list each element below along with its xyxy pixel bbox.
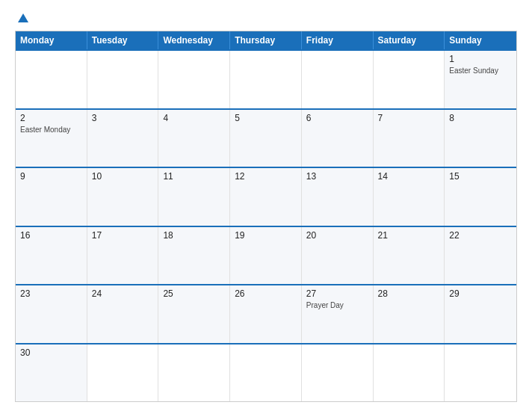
header-cell-friday: Friday (302, 31, 374, 49)
cell-date: 3 (92, 113, 154, 123)
cell-event: Prayer Day (306, 300, 368, 310)
header-cell-sunday: Sunday (445, 31, 516, 49)
cal-cell: 6 (302, 110, 374, 167)
cal-cell (230, 344, 302, 402)
cal-cell (16, 51, 87, 108)
cell-date: 13 (306, 171, 368, 182)
cal-cell: 25 (158, 285, 230, 343)
page-header (15, 13, 517, 23)
calendar-page: MondayTuesdayWednesdayThursdayFridaySatu… (0, 0, 532, 411)
cal-cell (445, 344, 516, 402)
cell-date: 28 (378, 288, 440, 299)
cell-date: 16 (20, 230, 82, 241)
cal-cell: 22 (445, 227, 516, 285)
cal-cell (374, 344, 445, 402)
cell-event: Easter Monday (20, 125, 82, 135)
logo-triangle-icon (18, 13, 28, 22)
cal-cell: 30 (16, 344, 87, 402)
cell-date: 26 (235, 288, 297, 299)
calendar-week-4: 16171819202122 (16, 226, 516, 285)
calendar-week-2: 2Easter Monday345678 (16, 108, 516, 167)
cell-date: 9 (20, 171, 82, 182)
cal-cell: 12 (230, 168, 302, 226)
cal-cell: 27Prayer Day (302, 285, 374, 343)
cell-date: 22 (449, 230, 512, 241)
cell-date: 29 (449, 288, 512, 299)
cal-cell (87, 51, 159, 108)
calendar-week-6: 30 (16, 343, 516, 402)
cal-cell (302, 344, 374, 402)
cal-cell (87, 344, 159, 402)
calendar-week-5: 2324252627Prayer Day2829 (16, 284, 516, 343)
cal-cell: 24 (87, 285, 159, 343)
cell-date: 15 (449, 171, 512, 182)
cell-date: 1 (449, 54, 512, 64)
cal-cell: 3 (87, 110, 159, 167)
cell-date: 23 (20, 288, 82, 299)
cell-date: 14 (378, 171, 440, 182)
cal-cell: 23 (16, 285, 87, 343)
calendar-body: 1Easter Sunday2Easter Monday345678910111… (16, 49, 516, 401)
cal-cell (374, 51, 445, 108)
cell-date: 18 (163, 230, 225, 241)
calendar-header-row: MondayTuesdayWednesdayThursdayFridaySatu… (16, 31, 516, 49)
cell-date: 25 (163, 288, 225, 299)
cell-date: 4 (163, 113, 225, 123)
cal-cell: 11 (158, 168, 230, 226)
cell-event: Easter Sunday (449, 66, 512, 75)
header-cell-thursday: Thursday (230, 31, 302, 49)
cal-cell: 21 (374, 227, 445, 285)
cal-cell (230, 51, 302, 108)
cell-date: 5 (235, 113, 297, 123)
cal-cell (158, 51, 230, 108)
cal-cell: 2Easter Monday (16, 110, 87, 167)
cal-cell: 17 (87, 227, 159, 285)
cell-date: 8 (449, 113, 512, 123)
logo (15, 13, 28, 23)
calendar-grid: MondayTuesdayWednesdayThursdayFridaySatu… (15, 31, 517, 402)
calendar-week-1: 1Easter Sunday (16, 49, 516, 108)
cal-cell: 14 (374, 168, 445, 226)
cell-date: 11 (163, 171, 225, 182)
cal-cell: 16 (16, 227, 87, 285)
cal-cell: 13 (302, 168, 374, 226)
cal-cell: 8 (445, 110, 516, 167)
header-cell-monday: Monday (16, 31, 87, 49)
cell-date: 12 (235, 171, 297, 182)
cell-date: 6 (306, 113, 368, 123)
cal-cell: 28 (374, 285, 445, 343)
header-cell-saturday: Saturday (374, 31, 445, 49)
cell-date: 24 (92, 288, 154, 299)
cal-cell: 1Easter Sunday (445, 51, 516, 108)
cell-date: 19 (235, 230, 297, 241)
cell-date: 21 (378, 230, 440, 241)
logo-blue-text (15, 13, 28, 23)
cal-cell (158, 344, 230, 402)
cal-cell: 19 (230, 227, 302, 285)
cell-date: 7 (378, 113, 440, 123)
cell-date: 17 (92, 230, 154, 241)
header-cell-tuesday: Tuesday (87, 31, 159, 49)
cal-cell: 20 (302, 227, 374, 285)
cell-date: 2 (20, 113, 82, 123)
cell-date: 20 (306, 230, 368, 241)
cal-cell: 4 (158, 110, 230, 167)
cal-cell (302, 51, 374, 108)
cal-cell: 15 (445, 168, 516, 226)
cal-cell: 9 (16, 168, 87, 226)
cal-cell: 5 (230, 110, 302, 167)
cal-cell: 26 (230, 285, 302, 343)
header-cell-wednesday: Wednesday (158, 31, 230, 49)
cal-cell: 29 (445, 285, 516, 343)
cell-date: 30 (20, 347, 82, 358)
cal-cell: 10 (87, 168, 159, 226)
cell-date: 10 (92, 171, 154, 182)
calendar-week-3: 9101112131415 (16, 167, 516, 226)
cell-date: 27 (306, 288, 368, 299)
cal-cell: 18 (158, 227, 230, 285)
cal-cell: 7 (374, 110, 445, 167)
